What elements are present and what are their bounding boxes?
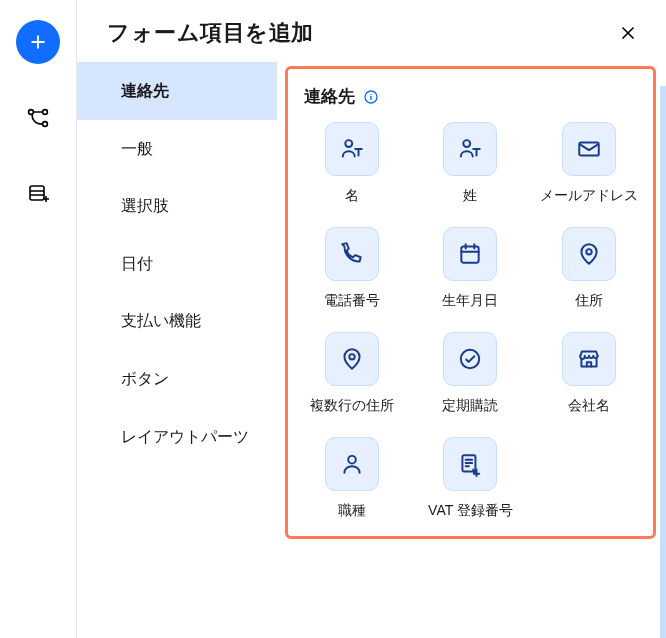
close-icon — [618, 23, 638, 43]
panel-header: フォーム項目を追加 — [77, 0, 666, 62]
field-label: 複数行の住所 — [310, 396, 394, 415]
field-job[interactable]: 職種 — [296, 437, 408, 520]
mail-icon — [562, 122, 616, 176]
svg-point-1 — [43, 110, 48, 115]
field-first_name[interactable]: 名 — [296, 122, 408, 205]
field-label: 生年月日 — [442, 291, 498, 310]
field-label: VAT 登録番号 — [428, 501, 513, 520]
left-rail — [0, 0, 76, 638]
flow-icon — [26, 106, 50, 130]
close-button[interactable] — [614, 19, 642, 47]
svg-point-0 — [29, 110, 34, 115]
svg-point-5 — [370, 93, 371, 94]
panel: フォーム項目を追加 連絡先一般選択肢日付支払い機能ボタンレイアウトパーツ 連絡先 — [76, 0, 666, 638]
field-label: 姓 — [463, 186, 477, 205]
field-label: 定期購読 — [442, 396, 498, 415]
plus-icon — [28, 32, 48, 52]
field-label: 名 — [345, 186, 359, 205]
field-label: 会社名 — [568, 396, 610, 415]
storefront-icon — [562, 332, 616, 386]
check-circle-icon — [443, 332, 497, 386]
field-birthday[interactable]: 生年月日 — [414, 227, 526, 310]
field-multi_address[interactable]: 複数行の住所 — [296, 332, 408, 415]
person-t-icon — [443, 122, 497, 176]
svg-point-13 — [348, 456, 356, 464]
info-icon[interactable] — [363, 89, 379, 105]
table-add-button[interactable] — [16, 172, 60, 216]
svg-rect-3 — [30, 186, 44, 200]
person-icon — [325, 437, 379, 491]
category-list: 連絡先一般選択肢日付支払い機能ボタンレイアウトパーツ — [77, 62, 277, 638]
field-phone[interactable]: 電話番号 — [296, 227, 408, 310]
section-title: 連絡先 — [304, 85, 355, 108]
category-contact[interactable]: 連絡先 — [77, 62, 277, 120]
field-label: 住所 — [575, 291, 603, 310]
svg-point-10 — [586, 249, 591, 254]
category-payment[interactable]: 支払い機能 — [77, 292, 277, 350]
svg-point-2 — [43, 122, 48, 127]
field-vat[interactable]: VAT 登録番号 — [414, 437, 526, 520]
calendar-icon — [443, 227, 497, 281]
highlight-box: 連絡先 名姓メールアドレス電話番号生年月日住所複数行の住所定期購読会社名職種VA… — [285, 66, 656, 539]
category-choice[interactable]: 選択肢 — [77, 177, 277, 235]
svg-point-11 — [349, 354, 354, 359]
svg-point-6 — [345, 140, 352, 147]
svg-point-12 — [461, 350, 479, 368]
field-email[interactable]: メールアドレス — [533, 122, 645, 205]
category-date[interactable]: 日付 — [77, 235, 277, 293]
category-layout[interactable]: レイアウトパーツ — [77, 408, 277, 466]
content: 連絡先 名姓メールアドレス電話番号生年月日住所複数行の住所定期購読会社名職種VA… — [277, 62, 666, 638]
category-general[interactable]: 一般 — [77, 120, 277, 178]
person-t-icon — [325, 122, 379, 176]
svg-rect-9 — [462, 246, 479, 262]
pin-icon — [562, 227, 616, 281]
field-label: メールアドレス — [540, 186, 638, 205]
category-button[interactable]: ボタン — [77, 350, 277, 408]
receipt-icon — [443, 437, 497, 491]
field-last_name[interactable]: 姓 — [414, 122, 526, 205]
phone-icon — [325, 227, 379, 281]
table-add-icon — [26, 182, 50, 206]
field-label: 電話番号 — [324, 291, 380, 310]
field-subscription[interactable]: 定期購読 — [414, 332, 526, 415]
section-header: 連絡先 — [296, 81, 645, 122]
add-button[interactable] — [16, 20, 60, 64]
field-company[interactable]: 会社名 — [533, 332, 645, 415]
flow-button[interactable] — [16, 96, 60, 140]
field-grid: 名姓メールアドレス電話番号生年月日住所複数行の住所定期購読会社名職種VAT 登録… — [296, 122, 645, 520]
panel-title: フォーム項目を追加 — [107, 18, 314, 48]
pin-icon — [325, 332, 379, 386]
svg-point-7 — [464, 140, 471, 147]
field-address[interactable]: 住所 — [533, 227, 645, 310]
scrollbar[interactable] — [660, 86, 666, 638]
field-label: 職種 — [338, 501, 366, 520]
